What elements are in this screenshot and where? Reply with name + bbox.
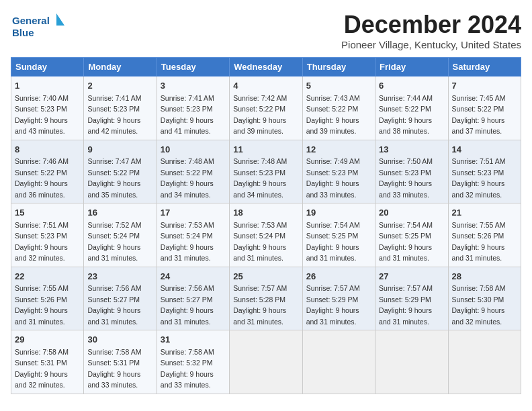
day-number: 1: [15, 79, 80, 93]
calendar-cell: [230, 330, 302, 394]
svg-marker-2: [56, 13, 64, 26]
day-info: Sunrise: 7:51 AM Sunset: 5:23 PM Dayligh…: [15, 221, 69, 263]
day-info: Sunrise: 7:58 AM Sunset: 5:30 PM Dayligh…: [452, 284, 506, 326]
day-info: Sunrise: 7:56 AM Sunset: 5:27 PM Dayligh…: [161, 284, 214, 326]
calendar-cell: [302, 330, 375, 394]
calendar-week-row: 8Sunrise: 7:46 AM Sunset: 5:22 PM Daylig…: [11, 140, 521, 203]
day-info: Sunrise: 7:44 AM Sunset: 5:22 PM Dayligh…: [379, 94, 433, 136]
day-info: Sunrise: 7:55 AM Sunset: 5:26 PM Dayligh…: [15, 284, 69, 326]
day-number: 23: [87, 270, 152, 283]
day-number: 13: [379, 143, 444, 156]
day-info: Sunrise: 7:58 AM Sunset: 5:32 PM Dayligh…: [161, 348, 214, 390]
day-number: 11: [233, 143, 298, 156]
calendar-week-row: 15Sunrise: 7:51 AM Sunset: 5:23 PM Dayli…: [11, 203, 521, 267]
day-number: 29: [15, 333, 80, 347]
day-number: 21: [452, 206, 517, 220]
day-number: 25: [233, 270, 298, 283]
day-number: 5: [306, 79, 371, 93]
calendar-cell: [448, 330, 521, 394]
day-number: 26: [306, 270, 371, 283]
calendar-cell: 22Sunrise: 7:55 AM Sunset: 5:26 PM Dayli…: [11, 267, 84, 330]
day-info: Sunrise: 7:49 AM Sunset: 5:23 PM Dayligh…: [306, 157, 360, 199]
main-title: December 2024: [341, 11, 521, 39]
day-info: Sunrise: 7:46 AM Sunset: 5:22 PM Dayligh…: [15, 157, 69, 199]
day-number: 15: [15, 206, 80, 220]
day-info: Sunrise: 7:48 AM Sunset: 5:22 PM Dayligh…: [161, 157, 214, 199]
day-number: 24: [161, 270, 226, 283]
day-info: Sunrise: 7:54 AM Sunset: 5:25 PM Dayligh…: [306, 221, 360, 263]
day-number: 30: [87, 333, 152, 347]
day-number: 14: [452, 143, 517, 156]
calendar-cell: [375, 330, 448, 394]
calendar-cell: 30Sunrise: 7:58 AM Sunset: 5:31 PM Dayli…: [84, 330, 157, 394]
day-info: Sunrise: 7:43 AM Sunset: 5:22 PM Dayligh…: [306, 94, 360, 136]
logo: General Blue: [11, 11, 64, 40]
svg-text:General: General: [12, 15, 50, 26]
calendar-cell: 19Sunrise: 7:54 AM Sunset: 5:25 PM Dayli…: [302, 203, 375, 267]
calendar-week-row: 29Sunrise: 7:58 AM Sunset: 5:31 PM Dayli…: [11, 330, 521, 394]
day-info: Sunrise: 7:40 AM Sunset: 5:23 PM Dayligh…: [15, 94, 69, 136]
day-number: 3: [161, 79, 226, 93]
day-number: 28: [452, 270, 517, 283]
calendar-table: SundayMondayTuesdayWednesdayThursdayFrid…: [11, 57, 521, 394]
weekday-header: Friday: [375, 58, 448, 77]
day-number: 16: [87, 206, 152, 220]
weekday-header: Sunday: [11, 58, 84, 77]
day-info: Sunrise: 7:42 AM Sunset: 5:22 PM Dayligh…: [233, 94, 287, 136]
weekday-header: Thursday: [302, 58, 375, 77]
day-info: Sunrise: 7:58 AM Sunset: 5:31 PM Dayligh…: [87, 348, 141, 390]
calendar-cell: 16Sunrise: 7:52 AM Sunset: 5:24 PM Dayli…: [84, 203, 157, 267]
calendar-cell: 3Sunrise: 7:41 AM Sunset: 5:23 PM Daylig…: [157, 77, 229, 140]
weekday-header: Saturday: [448, 58, 521, 77]
calendar-cell: 25Sunrise: 7:57 AM Sunset: 5:28 PM Dayli…: [230, 267, 302, 330]
calendar-cell: 6Sunrise: 7:44 AM Sunset: 5:22 PM Daylig…: [375, 77, 448, 140]
day-info: Sunrise: 7:53 AM Sunset: 5:24 PM Dayligh…: [233, 221, 287, 263]
day-number: 27: [379, 270, 444, 283]
day-info: Sunrise: 7:50 AM Sunset: 5:23 PM Dayligh…: [379, 157, 433, 199]
day-number: 6: [379, 79, 444, 93]
day-number: 9: [87, 143, 152, 156]
day-number: 19: [306, 206, 371, 220]
calendar-week-row: 1Sunrise: 7:40 AM Sunset: 5:23 PM Daylig…: [11, 77, 521, 140]
calendar-cell: 10Sunrise: 7:48 AM Sunset: 5:22 PM Dayli…: [157, 140, 229, 203]
day-info: Sunrise: 7:58 AM Sunset: 5:31 PM Dayligh…: [15, 348, 69, 390]
calendar-cell: 14Sunrise: 7:51 AM Sunset: 5:23 PM Dayli…: [448, 140, 521, 203]
day-number: 8: [15, 143, 80, 156]
calendar-cell: 21Sunrise: 7:55 AM Sunset: 5:26 PM Dayli…: [448, 203, 521, 267]
calendar-cell: 11Sunrise: 7:48 AM Sunset: 5:23 PM Dayli…: [230, 140, 302, 203]
logo-icon: General Blue: [11, 11, 64, 40]
calendar-cell: 4Sunrise: 7:42 AM Sunset: 5:22 PM Daylig…: [230, 77, 302, 140]
weekday-header: Tuesday: [157, 58, 229, 77]
day-number: 20: [379, 206, 444, 220]
day-number: 7: [452, 79, 517, 93]
calendar-cell: 28Sunrise: 7:58 AM Sunset: 5:30 PM Dayli…: [448, 267, 521, 330]
calendar-cell: 8Sunrise: 7:46 AM Sunset: 5:22 PM Daylig…: [11, 140, 84, 203]
day-info: Sunrise: 7:51 AM Sunset: 5:23 PM Dayligh…: [452, 157, 506, 199]
weekday-header: Monday: [84, 58, 157, 77]
weekday-header: Wednesday: [230, 58, 302, 77]
calendar-cell: 17Sunrise: 7:53 AM Sunset: 5:24 PM Dayli…: [157, 203, 229, 267]
day-number: 22: [15, 270, 80, 283]
svg-text:Blue: Blue: [12, 27, 34, 38]
day-info: Sunrise: 7:57 AM Sunset: 5:29 PM Dayligh…: [379, 284, 433, 326]
calendar-cell: 15Sunrise: 7:51 AM Sunset: 5:23 PM Dayli…: [11, 203, 84, 267]
day-info: Sunrise: 7:55 AM Sunset: 5:26 PM Dayligh…: [452, 221, 506, 263]
day-number: 18: [233, 206, 298, 220]
day-number: 31: [161, 333, 226, 347]
calendar-cell: 27Sunrise: 7:57 AM Sunset: 5:29 PM Dayli…: [375, 267, 448, 330]
calendar-cell: 18Sunrise: 7:53 AM Sunset: 5:24 PM Dayli…: [230, 203, 302, 267]
day-number: 2: [87, 79, 152, 93]
day-info: Sunrise: 7:57 AM Sunset: 5:28 PM Dayligh…: [233, 284, 287, 326]
title-block: December 2024 Pioneer Village, Kentucky,…: [341, 11, 521, 50]
calendar-cell: 7Sunrise: 7:45 AM Sunset: 5:22 PM Daylig…: [448, 77, 521, 140]
calendar-cell: 20Sunrise: 7:54 AM Sunset: 5:25 PM Dayli…: [375, 203, 448, 267]
calendar-cell: 23Sunrise: 7:56 AM Sunset: 5:27 PM Dayli…: [84, 267, 157, 330]
calendar-cell: 5Sunrise: 7:43 AM Sunset: 5:22 PM Daylig…: [302, 77, 375, 140]
day-info: Sunrise: 7:45 AM Sunset: 5:22 PM Dayligh…: [452, 94, 506, 136]
calendar-cell: 9Sunrise: 7:47 AM Sunset: 5:22 PM Daylig…: [84, 140, 157, 203]
calendar-cell: 13Sunrise: 7:50 AM Sunset: 5:23 PM Dayli…: [375, 140, 448, 203]
day-info: Sunrise: 7:48 AM Sunset: 5:23 PM Dayligh…: [233, 157, 287, 199]
day-number: 17: [161, 206, 226, 220]
calendar-cell: 31Sunrise: 7:58 AM Sunset: 5:32 PM Dayli…: [157, 330, 229, 394]
day-info: Sunrise: 7:41 AM Sunset: 5:23 PM Dayligh…: [161, 94, 214, 136]
